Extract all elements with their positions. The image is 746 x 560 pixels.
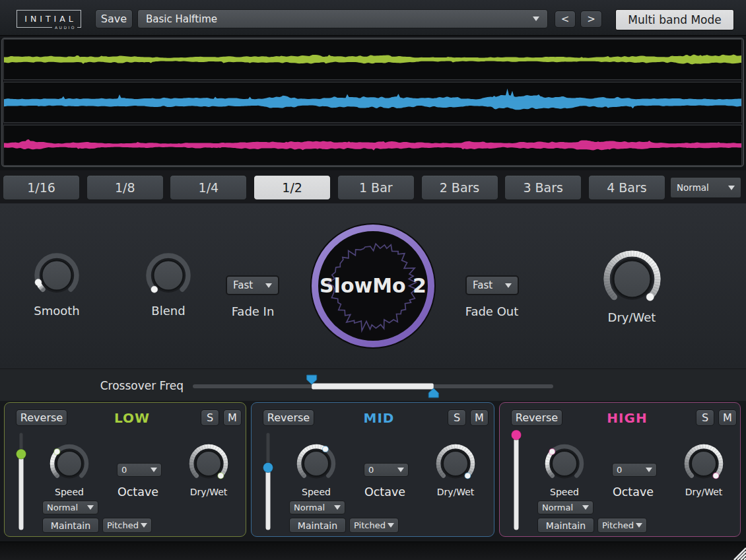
- waveform-high: [3, 125, 742, 166]
- band-level-slider[interactable]: [260, 429, 277, 543]
- speed-label: Speed: [55, 487, 84, 497]
- division-button-1-4[interactable]: 1/4: [170, 175, 247, 200]
- pitch-mode-dropdown[interactable]: Pitched: [102, 518, 152, 533]
- band-dry-wet-label: Dry/Wet: [190, 487, 228, 497]
- crossover-low-handle[interactable]: [307, 375, 317, 384]
- pitch-mode-value: Pitched: [107, 520, 139, 530]
- fade-out-label: Fade Out: [465, 304, 519, 318]
- division-button-3-bars[interactable]: 3 Bars: [504, 175, 582, 200]
- solo-button[interactable]: S: [696, 409, 714, 426]
- smooth-label: Smooth: [34, 304, 79, 318]
- reverse-button[interactable]: Reverse: [511, 409, 562, 426]
- mute-button[interactable]: M: [718, 409, 737, 426]
- crossover-slider[interactable]: [187, 369, 559, 402]
- main-controls: Smooth Blend Fast Fade In SlowMo 2 Fast …: [0, 203, 746, 368]
- band-speed-knob[interactable]: [294, 442, 338, 488]
- logo-subtext: AUDIO: [52, 24, 77, 30]
- pitch-mode-dropdown[interactable]: Pitched: [349, 518, 399, 533]
- crossover-high-handle[interactable]: [428, 388, 438, 398]
- waveform-display: [1, 38, 744, 167]
- band-dry-wet-knob[interactable]: [187, 442, 230, 488]
- slice-mode-dropdown[interactable]: Normal: [670, 177, 741, 198]
- band-speed-knob[interactable]: [48, 442, 91, 488]
- chevron-down-icon: [505, 283, 512, 288]
- preset-dropdown[interactable]: Basic Halftime: [137, 9, 548, 28]
- band-dry-wet-label: Dry/Wet: [685, 487, 723, 497]
- fade-in-value: Fast: [233, 279, 253, 291]
- division-button-2-bars[interactable]: 2 Bars: [421, 175, 498, 200]
- octave-dropdown[interactable]: 0: [612, 463, 657, 477]
- reverse-button[interactable]: Reverse: [16, 409, 67, 426]
- fade-in-dropdown[interactable]: Fast: [226, 275, 279, 295]
- band-speed-knob[interactable]: [543, 442, 586, 488]
- maintain-button[interactable]: Maintain: [289, 518, 346, 533]
- multi-band-mode-button[interactable]: Multi band Mode: [615, 9, 734, 30]
- reverse-button[interactable]: Reverse: [263, 409, 314, 426]
- octave-label: Octave: [118, 485, 158, 499]
- slice-mode-value: Normal: [677, 182, 709, 193]
- pitch-mode-dropdown[interactable]: Pitched: [597, 518, 647, 533]
- maintain-button[interactable]: Maintain: [537, 518, 594, 533]
- waveform-low: [3, 39, 742, 80]
- band-panel-mid: ReverseMIDSMSpeed0OctaveDry/WetNormalMai…: [251, 402, 494, 537]
- division-button-1-16[interactable]: 1/16: [3, 175, 80, 200]
- speed-label: Speed: [550, 487, 579, 497]
- mute-button[interactable]: M: [470, 409, 489, 426]
- band-dry-wet-knob[interactable]: [682, 442, 726, 488]
- blend-label: Blend: [151, 304, 185, 318]
- speed-mode-dropdown[interactable]: Normal: [289, 501, 345, 514]
- chevron-down-icon: [141, 523, 147, 528]
- dry-wet-knob[interactable]: [600, 247, 664, 314]
- speed-mode-dropdown[interactable]: Normal: [537, 501, 593, 514]
- resize-handle[interactable]: [729, 543, 746, 560]
- waveform-zone: [0, 38, 746, 170]
- speed-mode-value: Normal: [542, 503, 573, 512]
- octave-dropdown[interactable]: 0: [117, 463, 162, 477]
- previous-preset-button[interactable]: <: [555, 11, 576, 28]
- speed-mode-dropdown[interactable]: Normal: [42, 501, 98, 514]
- band-panel-high: ReverseHIGHSMSpeed0OctaveDry/WetNormalMa…: [499, 402, 741, 537]
- octave-value: 0: [617, 465, 622, 475]
- plugin-logo-badge: SlowMo 2: [307, 220, 439, 352]
- band-dry-wet-knob[interactable]: [434, 442, 477, 488]
- logo-text: INITIAL: [21, 14, 77, 24]
- speed-mode-value: Normal: [47, 503, 78, 512]
- next-preset-button[interactable]: >: [580, 11, 602, 28]
- band-panel-low: ReverseLOWSMSpeed0OctaveDry/WetNormalMai…: [4, 402, 246, 537]
- mute-button[interactable]: M: [223, 409, 242, 426]
- octave-dropdown[interactable]: 0: [364, 463, 409, 477]
- chevron-down-icon: [265, 283, 272, 288]
- band-level-slider[interactable]: [508, 429, 525, 543]
- octave-label: Octave: [613, 485, 654, 499]
- initial-audio-logo: INITIAL AUDIO: [17, 10, 81, 28]
- division-button-1-2[interactable]: 1/2: [254, 175, 331, 200]
- slowmo2-plugin-window: INITIAL AUDIO Save Basic Halftime < > Mu…: [0, 0, 746, 560]
- waveform-mid: [3, 82, 742, 123]
- save-button[interactable]: Save: [95, 9, 133, 28]
- chevron-down-icon: [388, 523, 394, 528]
- crossover-section: Crossover Freq: [0, 368, 746, 401]
- preset-value: Basic Halftime: [146, 13, 217, 25]
- dry-wet-label: Dry/Wet: [608, 310, 656, 324]
- division-button-1-bar[interactable]: 1 Bar: [337, 175, 415, 200]
- band-level-slider[interactable]: [13, 429, 30, 543]
- chevron-down-icon: [151, 468, 157, 472]
- solo-button[interactable]: S: [448, 409, 466, 426]
- band-dry-wet-label: Dry/Wet: [437, 487, 475, 497]
- chevron-down-icon: [582, 505, 589, 510]
- band-title: LOW: [114, 410, 150, 426]
- division-button-4-bars[interactable]: 4 Bars: [588, 175, 665, 200]
- smooth-knob[interactable]: [32, 250, 82, 303]
- band-zone: ReverseLOWSMSpeed0OctaveDry/WetNormalMai…: [0, 401, 746, 542]
- division-row: 1/16 1/8 1/4 1/2 1 Bar 2 Bars 3 Bars 4 B…: [0, 170, 746, 203]
- fade-out-dropdown[interactable]: Fast: [465, 275, 519, 295]
- octave-value: 0: [368, 465, 374, 475]
- octave-value: 0: [121, 465, 127, 475]
- solo-button[interactable]: S: [201, 409, 219, 426]
- speed-mode-value: Normal: [294, 503, 325, 512]
- blend-knob[interactable]: [143, 250, 193, 303]
- division-button-1-8[interactable]: 1/8: [86, 175, 164, 200]
- chevron-down-icon: [728, 186, 735, 190]
- pitch-mode-value: Pitched: [354, 520, 386, 530]
- maintain-button[interactable]: Maintain: [42, 518, 99, 533]
